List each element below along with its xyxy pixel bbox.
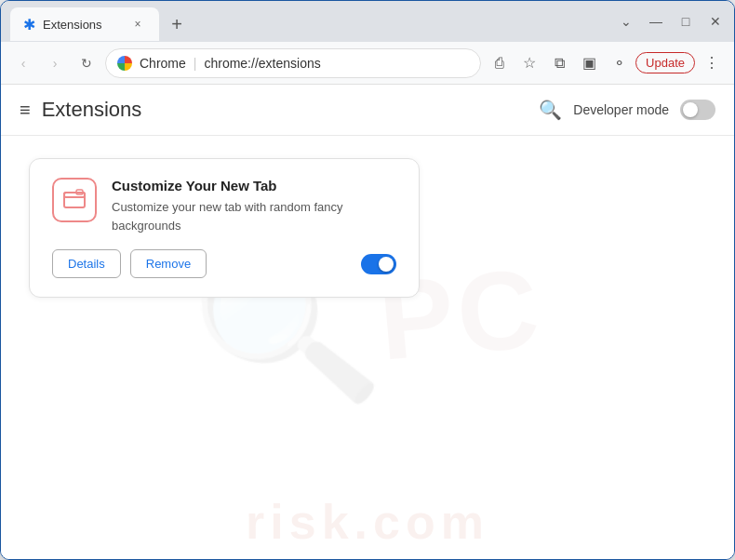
bottom-watermark: risk.com <box>1 494 734 550</box>
remove-button[interactable]: Remove <box>130 249 207 278</box>
hamburger-menu-button[interactable]: ≡ <box>20 100 31 121</box>
extension-info: Customize Your New Tab Customize your ne… <box>112 178 396 234</box>
share-button[interactable]: ⎙ <box>487 50 513 76</box>
back-button[interactable]: ‹ <box>10 50 36 76</box>
more-menu-button[interactable]: ⋮ <box>699 50 725 76</box>
extension-card: Customize Your New Tab Customize your ne… <box>29 158 420 298</box>
browser-window: ✱ Extensions × + ⌄ — □ ✕ ‹ › ↻ Chrome | … <box>0 0 735 560</box>
update-button[interactable]: Update <box>635 52 695 73</box>
address-url: chrome://extensions <box>204 56 320 71</box>
extensions-list: Customize Your New Tab Customize your ne… <box>1 136 734 320</box>
extension-name: Customize Your New Tab <box>112 178 396 193</box>
maximize-button[interactable]: □ <box>676 14 695 29</box>
page-title: Extensions <box>42 98 142 122</box>
minimize-button[interactable]: — <box>647 14 665 29</box>
extension-header: Customize Your New Tab Customize your ne… <box>52 178 396 234</box>
navigation-bar: ‹ › ↻ Chrome | chrome://extensions ⎙ ☆ ⧉… <box>1 42 734 85</box>
details-button[interactable]: Details <box>52 249 121 278</box>
tab-label: Extensions <box>43 18 102 32</box>
close-button[interactable]: ✕ <box>706 14 725 29</box>
title-bar: ✱ Extensions × + ⌄ — □ ✕ <box>1 1 734 42</box>
forward-button[interactable]: › <box>42 50 68 76</box>
extension-enabled-toggle[interactable] <box>361 254 396 274</box>
bookmark-button[interactable]: ☆ <box>516 50 542 76</box>
reload-button[interactable]: ↻ <box>74 50 100 76</box>
developer-mode-toggle[interactable] <box>680 100 715 120</box>
extensions-header: ≡ Extensions 🔍 Developer mode <box>1 85 734 136</box>
new-tab-button[interactable]: + <box>163 10 191 38</box>
page-content: 🔍 PC ≡ Extensions 🔍 Developer mode <box>1 85 734 559</box>
chrome-security-icon <box>117 56 132 71</box>
profile-button[interactable]: ⚬ <box>606 50 632 76</box>
tab-extension-icon: ✱ <box>23 16 35 33</box>
address-divider: | <box>194 56 197 71</box>
customize-tab-icon <box>61 187 87 213</box>
sidebar-button[interactable]: ▣ <box>576 50 602 76</box>
browser-tab[interactable]: ✱ Extensions × <box>10 7 159 41</box>
address-brand: Chrome <box>140 56 186 71</box>
tab-close-button[interactable]: × <box>129 16 146 33</box>
extension-icon <box>52 178 97 222</box>
address-bar[interactable]: Chrome | chrome://extensions <box>105 48 481 78</box>
header-left: ≡ Extensions <box>20 98 141 122</box>
extension-description: Customize your new tab with random fancy… <box>112 198 396 234</box>
search-icon[interactable]: 🔍 <box>539 99 562 121</box>
nav-actions: ⎙ ☆ ⧉ ▣ ⚬ Update ⋮ <box>487 50 725 76</box>
developer-mode-label: Developer mode <box>573 102 669 117</box>
chevron-down-icon[interactable]: ⌄ <box>617 14 635 29</box>
extension-footer: Details Remove <box>52 249 396 278</box>
extensions-button[interactable]: ⧉ <box>546 50 572 76</box>
window-controls: ⌄ — □ ✕ <box>617 14 725 34</box>
header-right: 🔍 Developer mode <box>539 99 715 121</box>
